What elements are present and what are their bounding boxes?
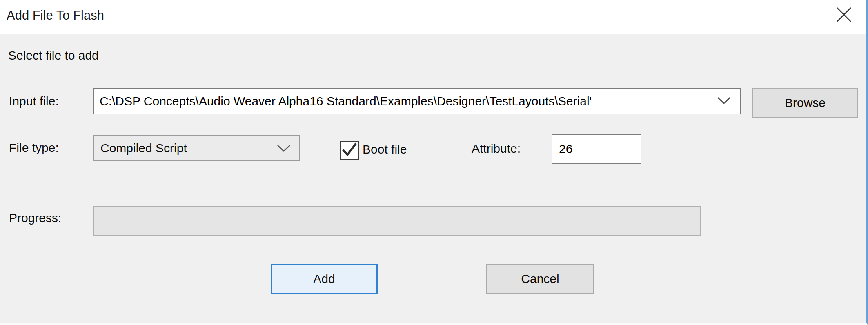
titlebar: Add File To Flash [0, 0, 866, 34]
close-button[interactable] [831, 4, 857, 27]
boot-file-checkbox[interactable] [340, 141, 359, 160]
add-button[interactable]: Add [271, 264, 378, 294]
dialog-body: Select file to add Input file: Browse Fi… [0, 34, 866, 323]
dialog-title: Add File To Flash [7, 0, 104, 31]
chevron-down-icon [277, 141, 291, 155]
chevron-down-icon[interactable] [717, 96, 731, 106]
cancel-button[interactable]: Cancel [486, 264, 594, 294]
attribute-field[interactable] [552, 134, 641, 164]
close-icon [836, 7, 852, 24]
progress-label: Progress: [9, 211, 61, 225]
input-file-combobox[interactable] [93, 88, 741, 114]
input-file-label: Input file: [9, 94, 59, 108]
attribute-label: Attribute: [472, 142, 521, 156]
section-heading: Select file to add [8, 49, 99, 62]
add-file-to-flash-dialog: Add File To Flash Select file to add Inp… [0, 0, 868, 325]
boot-file-label[interactable]: Boot file [363, 142, 407, 156]
checkmark-icon [341, 142, 358, 160]
file-type-dropdown[interactable]: Compiled Script [93, 135, 300, 161]
file-type-selected-value: Compiled Script [94, 141, 277, 155]
input-file-path-field[interactable] [94, 89, 714, 114]
browse-button[interactable]: Browse [752, 88, 858, 118]
file-type-label: File type: [9, 141, 59, 155]
progress-bar [93, 206, 701, 236]
